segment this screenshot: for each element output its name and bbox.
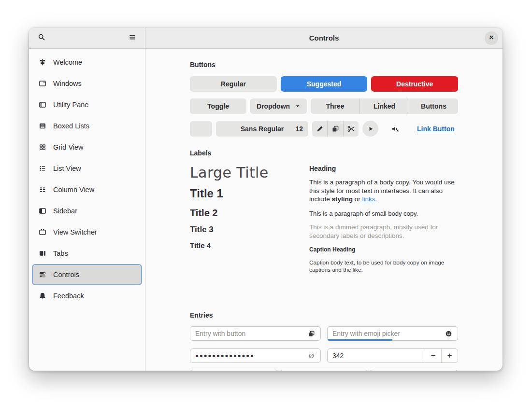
emoji-picker-button[interactable]	[443, 328, 454, 339]
linked-button-group: Three Linked Buttons	[311, 98, 458, 114]
utility-pane-icon	[39, 101, 46, 109]
sidebar-titlebar	[29, 28, 145, 48]
linked-button-linked[interactable]: Linked	[359, 98, 409, 114]
page-title: Controls	[309, 34, 339, 42]
clipped-entry-row	[190, 370, 458, 371]
clipped-entry-segment[interactable]	[190, 370, 278, 371]
sidebar-item-boxed-lists[interactable]: Boxed Lists	[32, 115, 142, 137]
sidebar-item-controls[interactable]: Controls	[32, 264, 142, 285]
title-1-label: Title 1	[190, 187, 309, 200]
close-icon: ×	[489, 34, 493, 42]
linked-button-buttons[interactable]: Buttons	[409, 98, 458, 114]
reveal-password-button[interactable]	[306, 350, 316, 361]
body-copy-or: or	[353, 195, 362, 203]
spin-decrement-button[interactable]: −	[425, 349, 441, 362]
play-icon	[367, 125, 374, 133]
entry-copy-button[interactable]	[306, 328, 316, 339]
chevron-down-icon	[295, 103, 301, 109]
cut-scissors-icon	[347, 125, 355, 133]
link-button[interactable]: Link Button	[417, 125, 455, 133]
plus-icon: +	[447, 351, 452, 361]
sidebar-item-tabs[interactable]: Tabs	[32, 243, 142, 264]
copy-button[interactable]	[327, 121, 343, 137]
titlebar: Controls ×	[29, 28, 503, 49]
main-menu-button[interactable]	[125, 30, 140, 46]
bell-icon	[39, 292, 46, 300]
sidebar-item-grid-view[interactable]: Grid View	[32, 137, 142, 158]
copy-icon	[308, 330, 315, 337]
sidebar-item-windows[interactable]: Windows	[32, 73, 142, 94]
play-button[interactable]	[362, 121, 378, 137]
title-2-label: Title 2	[190, 207, 309, 219]
sidebar-item-welcome[interactable]: Welcome	[32, 52, 142, 73]
labels-columns: Large Title Title 1 Title 2 Title 3 Titl…	[190, 165, 458, 305]
view-switcher-icon	[39, 228, 46, 236]
buttons-row-1: Regular Suggested Destructive	[190, 76, 458, 92]
emoji-smiley-icon	[445, 330, 452, 337]
linked-button-three[interactable]: Three	[311, 98, 359, 114]
sidebar-item-label: Sidebar	[53, 207, 77, 215]
body-copy-paragraph: This is a paragraph of a body copy. You …	[309, 178, 458, 204]
small-body-paragraph: This is a paragraph of small body copy.	[309, 209, 458, 218]
boxed-lists-icon	[39, 122, 46, 130]
sidebar-item-label: Grid View	[53, 143, 84, 151]
title-styles-column: Large Title Title 1 Title 2 Title 3 Titl…	[190, 165, 309, 305]
body-copy-text: This is a paragraph of a body copy. You …	[309, 179, 455, 203]
font-name-label: Sans Regular	[216, 125, 308, 133]
tabs-icon	[39, 250, 46, 257]
title-4-label: Title 4	[190, 241, 309, 250]
close-button[interactable]: ×	[485, 31, 498, 45]
font-size-label: 12	[295, 125, 303, 133]
entry-with-button	[190, 326, 321, 341]
sidebar-item-utility-pane[interactable]: Utility Pane	[32, 94, 142, 115]
search-icon	[38, 33, 45, 42]
volume-muted-button[interactable]	[389, 123, 402, 135]
entry-progress-bar	[328, 339, 392, 341]
search-button[interactable]	[34, 30, 49, 46]
sidebar-item-label: List View	[53, 165, 81, 172]
entry-with-button-input[interactable]	[195, 330, 306, 337]
sidebar-item-label: Boxed Lists	[53, 122, 89, 130]
sidebar-item-label: Windows	[53, 80, 82, 87]
toggle-button[interactable]: Toggle	[190, 98, 246, 114]
edit-button[interactable]	[312, 121, 327, 137]
clipped-entry-segment[interactable]	[370, 370, 458, 371]
entries-grid: 342 − +	[190, 326, 458, 363]
body-copy-period: .	[375, 195, 377, 203]
regular-button[interactable]: Regular	[190, 76, 277, 92]
dropdown-button[interactable]: Dropdown	[250, 98, 307, 114]
buttons-section-heading: Buttons	[190, 61, 458, 69]
sidebar-item-label: Tabs	[53, 250, 68, 257]
entry-with-emoji-input[interactable]	[332, 330, 443, 337]
hamburger-menu-icon	[129, 33, 136, 42]
links-link[interactable]: links	[362, 195, 375, 203]
spin-increment-button[interactable]: +	[441, 349, 458, 362]
clipped-entry-segment[interactable]	[280, 370, 368, 371]
color-button[interactable]	[190, 121, 212, 137]
entries-section-heading: Entries	[190, 312, 458, 319]
caption-heading-label: Caption Heading	[309, 246, 458, 253]
font-button[interactable]: Sans Regular 12	[216, 121, 308, 137]
switch-icon	[39, 271, 46, 278]
cut-button[interactable]	[343, 121, 359, 137]
sidebar-item-list-view[interactable]: List View	[32, 158, 142, 179]
column-view-icon	[39, 186, 46, 194]
caption-body-label: Caption body text, to be used for body c…	[309, 259, 458, 273]
labels-section-heading: Labels	[190, 150, 458, 157]
suggested-button[interactable]: Suggested	[281, 76, 368, 92]
sidebar-item-view-switcher[interactable]: View Switcher	[32, 222, 142, 243]
grid-view-icon	[39, 143, 46, 151]
spin-value[interactable]: 342	[328, 352, 425, 360]
sidebar: Welcome Windows Utility Pane Boxed Lists…	[29, 49, 145, 371]
window-body: Welcome Windows Utility Pane Boxed Lists…	[29, 49, 503, 371]
password-input[interactable]	[195, 352, 306, 359]
sidebar-item-label: Utility Pane	[53, 101, 88, 109]
destructive-button[interactable]: Destructive	[371, 76, 458, 92]
window-icon	[39, 80, 46, 87]
reveal-password-icon	[308, 352, 315, 360]
sidebar-item-label: View Switcher	[53, 228, 97, 236]
app-window: Controls × Welcome Windows Utility Pane	[29, 28, 503, 371]
sidebar-item-column-view[interactable]: Column View	[32, 179, 142, 200]
sidebar-item-sidebar[interactable]: Sidebar	[32, 200, 142, 222]
sidebar-item-feedback[interactable]: Feedback	[32, 285, 142, 306]
